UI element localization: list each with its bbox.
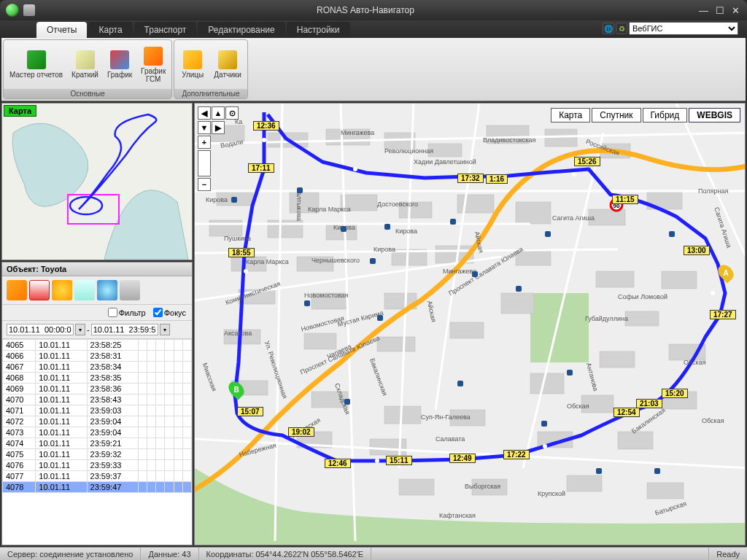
- map-type-Спутник[interactable]: Спутник: [592, 108, 640, 122]
- db-icon[interactable]: [23, 4, 35, 16]
- svg-rect-18: [516, 202, 551, 224]
- table-row[interactable]: 407710.01.1123:59:37: [3, 471, 192, 482]
- svg-point-60: [375, 459, 379, 463]
- main-map[interactable]: 90 ◀ ▲ ⊙ ▼ ▶ + − КартаСпутникГибридWEBGI…: [194, 103, 746, 545]
- webgis-dropdown[interactable]: ВебГИС: [629, 22, 738, 35]
- date-from-dd[interactable]: ▾: [75, 324, 85, 335]
- table-row[interactable]: 407010.01.1123:58:43: [3, 394, 192, 405]
- poi-icon: [567, 370, 573, 376]
- svg-rect-55: [567, 475, 602, 491]
- table-row[interactable]: 406810.01.1123:58:35: [3, 373, 192, 384]
- map-type-Карта[interactable]: Карта: [551, 108, 590, 122]
- svg-point-57: [262, 138, 266, 142]
- ribbon-Улицы[interactable]: Улицы: [176, 49, 209, 80]
- svg-rect-14: [290, 191, 319, 213]
- poi-icon: [341, 226, 347, 232]
- pan-up-button[interactable]: ▲: [212, 106, 225, 120]
- pan-right-button[interactable]: ▶: [212, 121, 225, 134]
- svg-rect-41: [600, 351, 635, 368]
- table-row[interactable]: 407410.01.1123:59:21: [3, 438, 192, 449]
- svg-rect-19: [589, 209, 625, 225]
- status-data: Данные: 43: [141, 548, 198, 560]
- table-row[interactable]: 407210.01.1123:59:04: [3, 416, 192, 427]
- filter-checkbox[interactable]: Фильтр: [108, 308, 146, 317]
- table-row[interactable]: 406710.01.1123:58:34: [3, 362, 192, 373]
- table-row[interactable]: 407510.01.1123:59:32: [3, 449, 192, 460]
- table-row[interactable]: 406910.01.1123:58:36: [3, 384, 192, 394]
- track-grid[interactable]: 406510.01.1123:58:25406610.01.1123:58:31…: [2, 339, 192, 545]
- poi-icon: [545, 231, 551, 237]
- note-icon[interactable]: [74, 280, 95, 300]
- date-from-input[interactable]: [7, 324, 74, 335]
- object-panel: Объект: Toyota Фильтр Фокус ▾ - ▾: [1, 262, 193, 545]
- focus-checkbox[interactable]: Фокус: [153, 308, 186, 317]
- table-row[interactable]: 406610.01.1123:58:31: [3, 351, 192, 362]
- ribbon-Краткий[interactable]: Краткий: [67, 49, 103, 80]
- date-to-input[interactable]: [91, 324, 158, 335]
- map-type-WEBGIS[interactable]: WEBGIS: [689, 108, 740, 122]
- svg-point-58: [244, 269, 248, 273]
- ribbon-График[interactable]: График ГСМ: [136, 45, 170, 85]
- svg-rect-25: [231, 257, 266, 271]
- svg-rect-52: [618, 432, 653, 449]
- pan-down-button[interactable]: ▼: [198, 121, 211, 134]
- object-header: Объект: Toyota: [2, 262, 192, 276]
- filter-cb[interactable]: [108, 308, 117, 317]
- svg-rect-9: [428, 144, 462, 157]
- table-row[interactable]: 407610.01.1123:59:33: [3, 460, 192, 471]
- maximize-button[interactable]: ☐: [716, 5, 724, 16]
- poi-icon: [384, 224, 390, 230]
- table-row[interactable]: 407110.01.1123:59:03: [3, 405, 192, 416]
- close-button[interactable]: ✕: [732, 5, 740, 16]
- svg-rect-30: [662, 271, 697, 289]
- svg-rect-32: [311, 293, 347, 309]
- table-row[interactable]: 407310.01.1123:59:04: [3, 427, 192, 438]
- svg-rect-53: [399, 479, 434, 495]
- alert-icon[interactable]: [52, 280, 72, 300]
- ribbon-Мастер отчетов[interactable]: Мастер отчетов: [5, 49, 67, 80]
- app-orb-icon[interactable]: [6, 4, 19, 17]
- poi-icon: [541, 421, 547, 427]
- tab-Отчеты[interactable]: Отчеты: [36, 22, 87, 38]
- ribbon-График[interactable]: График: [103, 49, 136, 80]
- tab-Карта[interactable]: Карта: [88, 22, 132, 38]
- calendar-icon[interactable]: [29, 280, 50, 300]
- refresh-icon[interactable]: ♻: [616, 23, 627, 34]
- svg-rect-29: [596, 271, 634, 287]
- vehicle-icon[interactable]: [7, 280, 27, 300]
- pan-left-button[interactable]: ◀: [198, 106, 211, 120]
- minimize-button[interactable]: —: [699, 5, 708, 16]
- map-zoom-controls: ◀ ▲ ⊙ ▼ ▶ + −: [198, 106, 239, 191]
- svg-rect-44: [311, 392, 348, 408]
- poi-icon: [450, 219, 456, 225]
- zoom-out-button[interactable]: −: [198, 178, 211, 191]
- poi-icon: [457, 381, 463, 386]
- zoom-in-button[interactable]: +: [198, 136, 211, 149]
- tab-Настройки[interactable]: Настройки: [287, 22, 350, 38]
- svg-rect-56: [647, 483, 684, 499]
- list-icon[interactable]: [120, 280, 140, 300]
- clock-icon[interactable]: [97, 280, 117, 300]
- globe-icon[interactable]: 🌐: [603, 23, 614, 34]
- window-title: RONAS Авто-Навигатор: [39, 5, 692, 15]
- poi-icon: [472, 271, 478, 277]
- svg-point-63: [572, 172, 576, 176]
- status-coords: Координаты: 054°44.2622'N 055°58.5462'E: [199, 548, 372, 560]
- svg-rect-21: [209, 220, 242, 236]
- table-row[interactable]: 406510.01.1123:58:25: [3, 340, 192, 351]
- statusbar: Сервер: соединение установлено Данные: 4…: [0, 547, 747, 560]
- map-type-Гибрид[interactable]: Гибрид: [643, 108, 688, 122]
- table-row[interactable]: 407810.01.1123:59:47: [3, 482, 192, 493]
- focus-cb[interactable]: [153, 308, 163, 317]
- poi-icon: [377, 315, 383, 321]
- minimap[interactable]: Карта: [1, 103, 193, 260]
- tab-Транспорт[interactable]: Транспорт: [134, 22, 197, 38]
- ribbon-Датчики[interactable]: Датчики: [209, 49, 245, 80]
- pan-home-button[interactable]: ⊙: [225, 106, 239, 120]
- svg-rect-11: [545, 129, 577, 147]
- poi-icon: [304, 300, 310, 306]
- tab-Редактирование[interactable]: Редактирование: [198, 22, 285, 38]
- zoom-slider[interactable]: [198, 150, 211, 176]
- svg-rect-35: [625, 311, 659, 326]
- date-to-dd[interactable]: ▾: [160, 324, 170, 335]
